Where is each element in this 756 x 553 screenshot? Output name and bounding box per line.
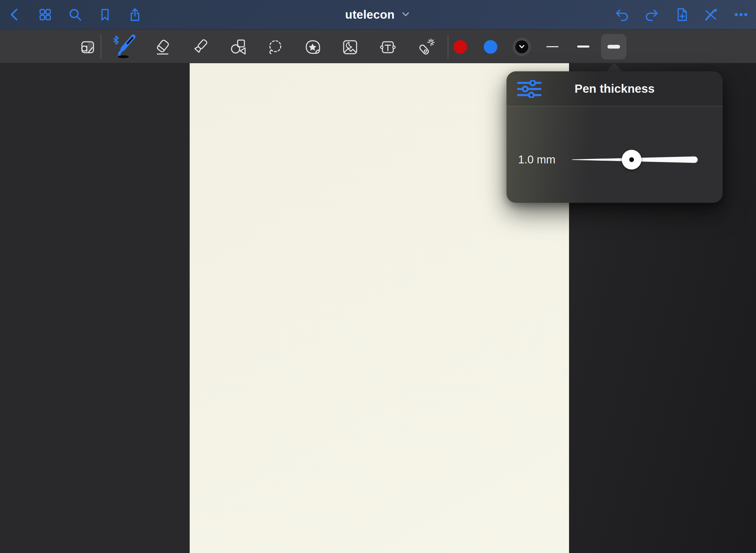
text-icon bbox=[378, 38, 397, 57]
knob-center-dot bbox=[629, 157, 634, 162]
tool-pan-mode[interactable] bbox=[78, 38, 97, 57]
share-button[interactable] bbox=[127, 7, 142, 22]
canvas-background-left bbox=[0, 63, 190, 553]
image-icon bbox=[341, 38, 360, 57]
chevron-down-icon bbox=[518, 44, 525, 49]
more-button[interactable] bbox=[734, 7, 749, 22]
share-icon bbox=[127, 7, 142, 22]
back-button[interactable] bbox=[7, 7, 22, 22]
popover-arrow bbox=[606, 63, 622, 72]
thickness-option-medium[interactable] bbox=[577, 46, 589, 48]
highlighter-icon bbox=[191, 38, 210, 57]
thickness-option-thin[interactable] bbox=[546, 46, 559, 47]
stylus-mode-button[interactable] bbox=[703, 7, 718, 22]
navigation-bar: utelecon bbox=[0, 0, 756, 29]
bookmark-icon bbox=[98, 7, 113, 22]
color-swatch-red[interactable] bbox=[453, 40, 467, 54]
search-icon bbox=[68, 7, 83, 22]
tool-lasso[interactable] bbox=[266, 38, 285, 57]
lasso-icon bbox=[266, 38, 285, 57]
stylus-crossed-icon bbox=[703, 7, 718, 22]
undo-icon bbox=[615, 7, 630, 22]
tool-image[interactable] bbox=[341, 38, 360, 57]
thickness-slider-knob[interactable] bbox=[622, 150, 641, 170]
shapes-icon bbox=[228, 38, 247, 57]
pen-thickness-value: 1.0 mm bbox=[518, 152, 562, 167]
tool-shapes[interactable] bbox=[228, 38, 247, 57]
tool-laser-pointer[interactable] bbox=[416, 38, 435, 57]
tool-elements[interactable] bbox=[303, 38, 322, 57]
add-page-icon bbox=[674, 7, 689, 22]
popover-title: Pen thickness bbox=[506, 71, 723, 106]
color-swatch-black bbox=[515, 40, 528, 53]
tool-pen-selected[interactable] bbox=[113, 34, 137, 59]
thickness-option-thick-selected[interactable] bbox=[601, 34, 626, 59]
thick-line-glyph bbox=[607, 45, 620, 49]
document-title-menu[interactable]: utelecon bbox=[345, 0, 410, 29]
toolbar-divider bbox=[448, 35, 448, 59]
pages-overview-button[interactable] bbox=[38, 7, 53, 22]
color-swatch-blue[interactable] bbox=[484, 40, 497, 54]
tool-text[interactable] bbox=[378, 38, 397, 57]
eraser-icon bbox=[153, 38, 172, 57]
add-page-button[interactable] bbox=[674, 7, 689, 22]
pen-thickness-popover: Pen thickness 1.0 mm bbox=[506, 71, 723, 203]
redo-button[interactable] bbox=[644, 7, 659, 22]
ellipsis-icon bbox=[734, 7, 749, 22]
redo-icon bbox=[644, 7, 659, 22]
bookmark-button[interactable] bbox=[98, 7, 113, 22]
color-swatch-black-selected[interactable] bbox=[513, 38, 531, 56]
bluetooth-icon bbox=[114, 36, 118, 44]
pan-mode-icon bbox=[78, 38, 97, 57]
toolbar-divider bbox=[101, 35, 101, 59]
pen-icon bbox=[113, 34, 137, 59]
grid-icon bbox=[38, 7, 53, 22]
laser-pointer-icon bbox=[416, 38, 435, 57]
chevron-down-icon bbox=[401, 12, 410, 18]
back-chevron-icon bbox=[7, 7, 22, 22]
elements-star-icon bbox=[303, 38, 322, 57]
tool-highlighter[interactable] bbox=[191, 38, 210, 57]
search-button[interactable] bbox=[68, 7, 83, 22]
undo-button[interactable] bbox=[615, 7, 630, 22]
document-title: utelecon bbox=[345, 8, 395, 21]
tool-eraser[interactable] bbox=[153, 38, 172, 57]
